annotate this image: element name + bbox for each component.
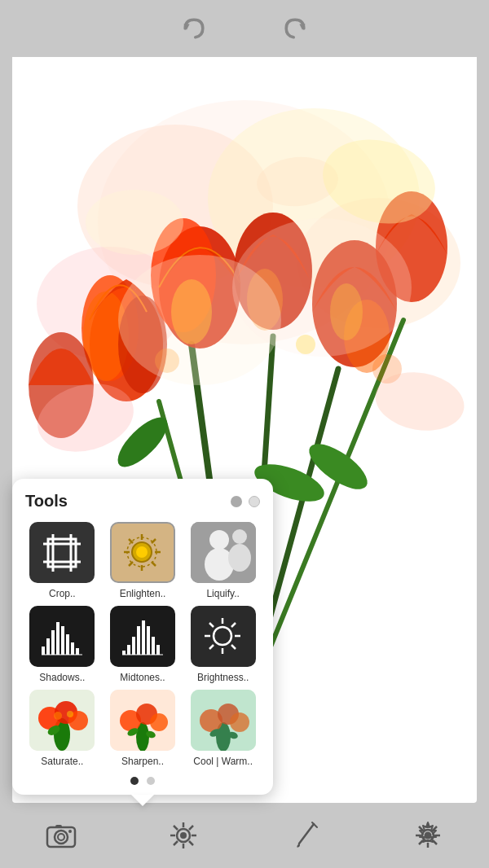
svg-line-89: [209, 645, 214, 649]
liquify-icon-box: [191, 522, 256, 583]
svg-point-115: [58, 834, 64, 840]
svg-rect-64: [46, 638, 50, 655]
brightness-label: Brightness..: [197, 672, 249, 683]
tool-midtones[interactable]: Midtones..: [106, 606, 180, 683]
enlighten-icon: [120, 530, 165, 575]
midtones-icon: [118, 614, 167, 659]
undo-icon: [179, 14, 209, 43]
sharpen-label: Sharpen..: [121, 756, 164, 767]
brush-button[interactable]: [285, 815, 326, 856]
redo-button[interactable]: [277, 11, 313, 46]
svg-line-123: [174, 826, 178, 830]
tool-brightness[interactable]: Brightness..: [186, 606, 260, 683]
svg-rect-77: [147, 626, 150, 655]
saturate-label: Saturate..: [41, 756, 83, 767]
svg-point-97: [67, 711, 73, 717]
tools-grid: Crop..: [25, 522, 260, 767]
close-button[interactable]: [249, 496, 260, 507]
svg-line-125: [189, 826, 193, 830]
tool-crop[interactable]: Crop..: [25, 522, 99, 599]
svg-rect-72: [122, 651, 126, 655]
saturate-icon: [29, 690, 95, 751]
crop-icon-box: [29, 522, 95, 583]
svg-line-87: [231, 645, 236, 649]
coolwarm-label: Cool | Warm..: [193, 756, 253, 767]
svg-line-128: [299, 824, 314, 844]
svg-line-137: [433, 840, 437, 844]
tool-enlighten[interactable]: Enlighten..: [106, 522, 180, 599]
redo-icon: [280, 14, 310, 43]
saturate-icon-box: [29, 690, 95, 751]
svg-rect-112: [191, 690, 256, 751]
svg-rect-76: [142, 620, 145, 655]
adjust-button[interactable]: [163, 815, 204, 856]
camera-button[interactable]: [41, 815, 82, 856]
midtones-icon-box: [110, 606, 175, 667]
svg-line-124: [189, 841, 193, 845]
svg-point-114: [55, 831, 68, 844]
top-toolbar: [0, 0, 489, 57]
tools-controls: [231, 496, 260, 507]
tools-title: Tools: [25, 492, 68, 511]
svg-rect-74: [132, 637, 135, 655]
svg-rect-116: [55, 825, 62, 828]
svg-rect-63: [42, 647, 45, 655]
svg-rect-73: [127, 645, 130, 655]
tool-coolwarm[interactable]: Cool | Warm..: [186, 690, 260, 767]
svg-point-117: [68, 830, 72, 833]
adjust-icon: [167, 819, 200, 852]
gear-icon: [412, 819, 444, 852]
brush-icon: [289, 819, 322, 852]
svg-point-96: [54, 712, 62, 720]
bottom-toolbar: [0, 803, 489, 868]
shadows-label: Shadows..: [39, 672, 85, 683]
svg-point-102: [150, 713, 168, 731]
svg-line-126: [174, 841, 178, 845]
svg-line-139: [419, 840, 423, 844]
page-dot-1[interactable]: [130, 777, 139, 785]
svg-point-81: [214, 627, 231, 645]
crop-icon: [42, 533, 82, 573]
svg-point-127: [180, 832, 187, 839]
tools-header: Tools: [25, 492, 260, 511]
svg-point-62: [228, 544, 251, 572]
coolwarm-icon-box: [191, 690, 256, 751]
svg-point-35: [232, 218, 412, 357]
shadows-icon-box: [29, 606, 95, 667]
tool-sharpen[interactable]: Sharpen..: [106, 690, 180, 767]
tool-liquify[interactable]: Liquify..: [186, 522, 260, 599]
svg-rect-79: [156, 645, 160, 655]
page-dot-2[interactable]: [147, 777, 155, 785]
svg-rect-65: [51, 630, 55, 655]
liquify-label: Liquify..: [206, 588, 239, 599]
svg-rect-69: [71, 642, 74, 655]
svg-line-88: [231, 623, 236, 627]
svg-rect-68: [66, 634, 69, 655]
svg-rect-78: [152, 637, 155, 655]
minimize-button[interactable]: [231, 496, 242, 507]
camera-icon: [45, 819, 77, 852]
enlighten-label: Enlighten..: [120, 588, 166, 599]
coolwarm-icon: [191, 690, 256, 751]
enlighten-icon-box: [110, 522, 175, 583]
svg-line-86: [209, 623, 214, 627]
crop-label: Crop..: [49, 588, 76, 599]
svg-rect-66: [56, 622, 59, 655]
svg-rect-67: [61, 626, 64, 655]
svg-point-131: [425, 832, 432, 840]
tool-shadows[interactable]: Shadows..: [25, 606, 99, 683]
settings-button[interactable]: [408, 815, 448, 856]
svg-point-47: [136, 546, 148, 558]
sharpen-icon-box: [110, 690, 175, 751]
svg-point-59: [209, 530, 229, 550]
undo-button[interactable]: [176, 11, 212, 46]
svg-point-61: [232, 529, 247, 544]
page-dots: [25, 777, 260, 785]
brightness-icon: [200, 614, 245, 659]
liquify-icon: [191, 522, 256, 583]
svg-rect-75: [137, 626, 140, 655]
svg-point-40: [86, 190, 183, 255]
tools-panel: Tools Crop..: [12, 479, 273, 795]
sharpen-icon: [110, 690, 175, 751]
tool-saturate[interactable]: Saturate..: [25, 690, 99, 767]
